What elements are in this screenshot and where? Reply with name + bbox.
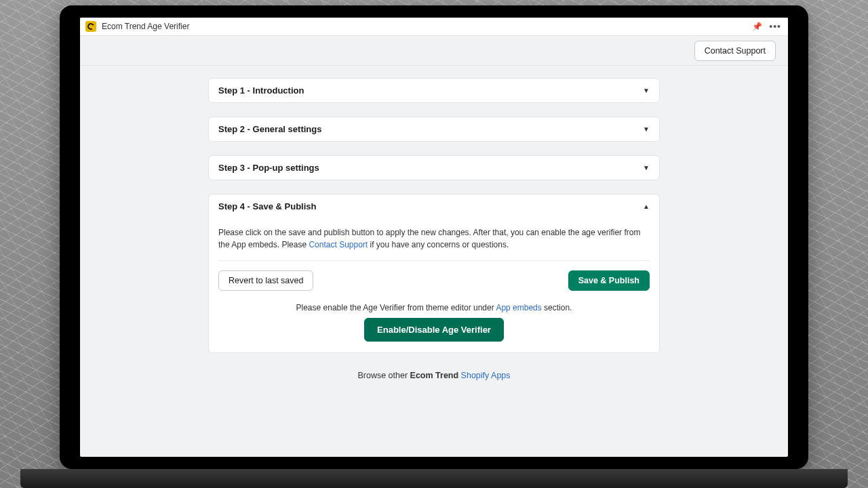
text: Browse other	[357, 371, 410, 380]
step4-actions: Revert to last saved Save & Publish	[218, 261, 650, 291]
shopify-apps-link[interactable]: Shopify Apps	[461, 371, 511, 380]
toolbar: Contact Support	[80, 36, 788, 66]
chevron-down-icon: ▼	[643, 87, 650, 94]
accordion-title: Step 3 - Pop-up settings	[218, 163, 319, 173]
accordion-step2: Step 2 - General settings ▼	[208, 117, 660, 142]
chevron-down-icon: ▼	[643, 125, 650, 133]
accordion-header-step3[interactable]: Step 3 - Pop-up settings ▼	[209, 156, 659, 180]
enable-disable-button[interactable]: Enable/Disable Age Verifier	[364, 318, 504, 342]
enable-button-wrap: Enable/Disable Age Verifier	[218, 318, 650, 342]
text: Please enable the Age Verifier from them…	[296, 303, 496, 312]
text: if you have any concerns or questions.	[368, 240, 509, 249]
save-publish-button[interactable]: Save & Publish	[568, 270, 650, 291]
accordion-title: Step 1 - Introduction	[218, 85, 304, 96]
accordion-header-step2[interactable]: Step 2 - General settings ▼	[209, 117, 659, 141]
accordion-title: Step 4 - Save & Publish	[218, 201, 317, 211]
chevron-down-icon: ▼	[643, 164, 650, 171]
more-icon[interactable]: •••	[768, 21, 783, 32]
enable-instruction: Please enable the Age Verifier from them…	[218, 303, 650, 312]
titlebar: Ecom Trend Age Verifier 📌 •••	[80, 18, 788, 36]
pin-icon[interactable]: 📌	[752, 22, 762, 31]
accordion-body-step4: Please click on the save and publish but…	[209, 218, 659, 352]
laptop-frame: Ecom Trend Age Verifier 📌 ••• Contact Su…	[60, 5, 808, 469]
accordion-step3: Step 3 - Pop-up settings ▼	[208, 155, 660, 180]
text: section.	[542, 303, 572, 312]
content-area: Step 1 - Introduction ▼ Step 2 - General…	[80, 66, 788, 457]
footer-brand: Ecom Trend	[410, 371, 459, 380]
app-screen: Ecom Trend Age Verifier 📌 ••• Contact Su…	[80, 18, 788, 457]
contact-support-button[interactable]: Contact Support	[694, 41, 776, 61]
chevron-up-icon: ▲	[643, 203, 650, 210]
app-icon	[85, 21, 96, 32]
app-embeds-link[interactable]: App embeds	[496, 303, 541, 312]
contact-support-link[interactable]: Contact Support	[309, 240, 368, 249]
step4-description: Please click on the save and publish but…	[218, 218, 650, 261]
accordion-step4: Step 4 - Save & Publish ▲ Please click o…	[208, 194, 660, 353]
app-title: Ecom Trend Age Verifier	[102, 22, 747, 31]
accordion-step1: Step 1 - Introduction ▼	[208, 78, 660, 103]
revert-button[interactable]: Revert to last saved	[218, 270, 313, 291]
accordion-title: Step 2 - General settings	[218, 124, 321, 134]
laptop-base	[20, 469, 848, 488]
footer-text: Browse other Ecom Trend Shopify Apps	[80, 371, 788, 380]
accordion-header-step1[interactable]: Step 1 - Introduction ▼	[209, 79, 659, 102]
accordion-header-step4[interactable]: Step 4 - Save & Publish ▲	[209, 195, 659, 218]
